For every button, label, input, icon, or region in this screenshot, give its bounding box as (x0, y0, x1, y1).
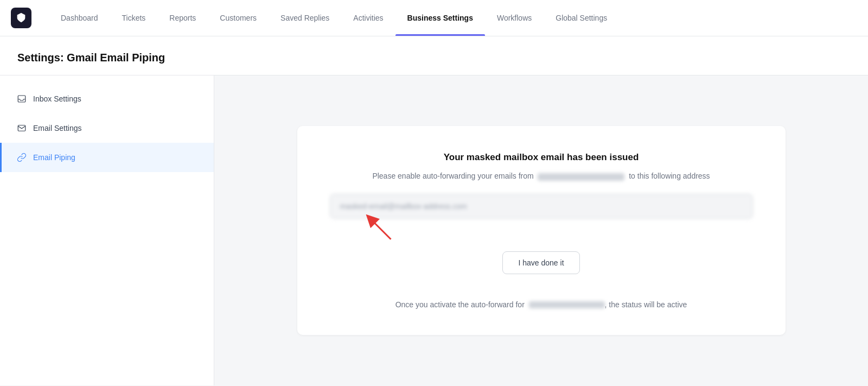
card-footer: Once you activate the auto-forward for ,… (330, 300, 753, 309)
link-icon (17, 153, 27, 162)
nav-item-saved-replies[interactable]: Saved Replies (269, 0, 341, 36)
sidebar-label-email-settings: Email Settings (33, 124, 81, 132)
nav-item-dashboard[interactable]: Dashboard (49, 0, 110, 36)
sidebar-item-inbox-settings[interactable]: Inbox Settings (0, 84, 214, 113)
nav-item-activities[interactable]: Activities (341, 0, 395, 36)
inbox-icon (17, 94, 27, 104)
nav-item-reports[interactable]: Reports (157, 0, 208, 36)
app-logo[interactable] (11, 8, 31, 28)
nav-item-tickets[interactable]: Tickets (110, 0, 158, 36)
card-title: Your masked mailbox email has been issue… (330, 152, 753, 163)
svg-rect-1 (18, 125, 25, 131)
nav-items: Dashboard Tickets Reports Customers Save… (49, 0, 857, 36)
mail-icon (17, 123, 27, 133)
arrow-indicator (362, 213, 395, 247)
masked-email-footer (529, 301, 605, 308)
main-panel: Your masked mailbox email has been issue… (214, 75, 868, 385)
sidebar-label-email-piping: Email Piping (33, 153, 75, 162)
masked-email-from (538, 173, 624, 181)
nav-bar: Dashboard Tickets Reports Customers Save… (0, 0, 868, 36)
nav-item-business-settings[interactable]: Business Settings (395, 0, 485, 36)
svg-line-2 (371, 219, 391, 239)
done-button[interactable]: I have done it (502, 251, 579, 274)
svg-rect-0 (18, 96, 25, 102)
page-title: Settings: Gmail Email Piping (17, 52, 851, 64)
email-piping-card: Your masked mailbox email has been issue… (297, 126, 786, 334)
sidebar: Inbox Settings Email Settings Email Pipi… (0, 75, 214, 385)
email-field-wrapper: masked-email@mailbox-address.com (330, 194, 753, 219)
content-area: Inbox Settings Email Settings Email Pipi… (0, 75, 868, 385)
sidebar-label-inbox-settings: Inbox Settings (33, 94, 81, 103)
nav-item-global-settings[interactable]: Global Settings (544, 0, 619, 36)
sidebar-item-email-settings[interactable]: Email Settings (0, 113, 214, 143)
nav-item-workflows[interactable]: Workflows (485, 0, 544, 36)
page-header: Settings: Gmail Email Piping (0, 36, 868, 75)
sidebar-item-email-piping[interactable]: Email Piping (0, 143, 214, 172)
nav-item-customers[interactable]: Customers (208, 0, 269, 36)
card-subtitle: Please enable auto-forwarding your email… (330, 172, 753, 180)
